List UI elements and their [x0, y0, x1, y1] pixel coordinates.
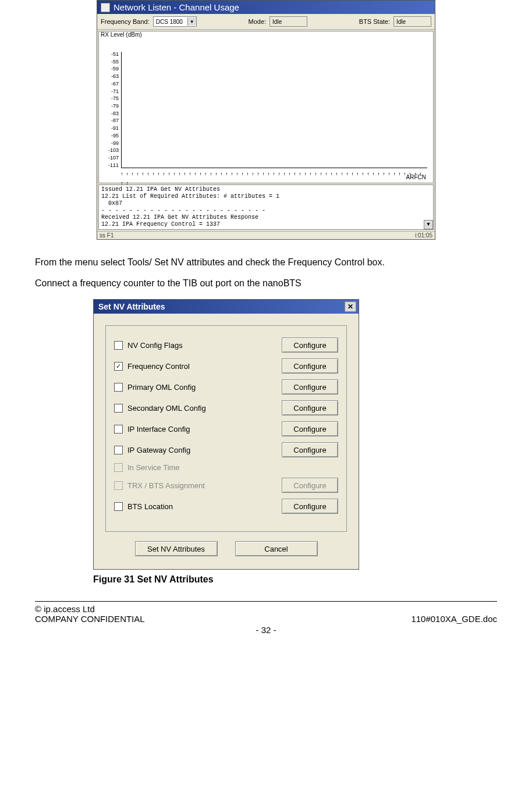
rx-level-chart: RX Level (dBm) -51-55-59-63-67-71-75-79-…: [98, 31, 434, 183]
chevron-down-icon[interactable]: ▼: [187, 17, 196, 26]
checkbox-label: NV Config Flags: [127, 341, 183, 350]
network-listen-window: Network Listen - Channel Usage Frequency…: [97, 0, 435, 240]
footer-page-number: - 32 -: [35, 625, 497, 635]
attr-row: NV Config FlagsConfigure: [114, 337, 338, 353]
freq-band-value: DCS 1800: [154, 19, 187, 25]
freq-band-label: Frequency Band:: [101, 18, 150, 25]
configure-button[interactable]: Configure: [282, 358, 338, 374]
status-left: ss F1: [100, 232, 114, 239]
configure-button[interactable]: Configure: [282, 379, 338, 395]
configure-button: Configure: [282, 478, 338, 493]
checkbox[interactable]: [114, 446, 123, 454]
attributes-frame: NV Config FlagsConfigure✓Frequency Contr…: [105, 325, 347, 532]
configure-button[interactable]: Configure: [282, 442, 338, 457]
footer-copyright: © ip.access Ltd: [35, 604, 497, 614]
page-footer: © ip.access Ltd COMPANY CONFIDENTIAL 110…: [35, 604, 497, 635]
chart-title: RX Level (dBm): [99, 31, 144, 38]
configure-button[interactable]: Configure: [282, 337, 338, 353]
attr-row: BTS LocationConfigure: [114, 499, 338, 514]
attr-row: Secondary OML ConfigConfigure: [114, 400, 338, 415]
instruction-para-2: Connect a frequency counter to the TIB o…: [35, 278, 497, 289]
attr-row: In Service Time: [114, 463, 338, 472]
mode-label: Mode:: [249, 18, 267, 25]
x-axis-label: ARFCN: [406, 174, 426, 180]
configure-button[interactable]: Configure: [282, 499, 338, 514]
plot-area: [121, 52, 427, 168]
checkbox[interactable]: [114, 404, 123, 413]
checkbox-label: In Service Time: [127, 463, 180, 472]
attr-row: IP Interface ConfigConfigure: [114, 421, 338, 436]
dialog-titlebar[interactable]: Set NV Attributes ✕: [94, 300, 359, 314]
checkbox[interactable]: [114, 502, 123, 511]
set-nv-attributes-dialog: Set NV Attributes ✕ NV Config FlagsConfi…: [93, 299, 359, 570]
figure-caption: Figure 31 Set NV Attributes: [93, 574, 497, 585]
window-title: Network Listen - Channel Usage: [114, 2, 239, 12]
freq-band-combo[interactable]: DCS 1800 ▼: [153, 16, 197, 27]
instruction-para-1: From the menu select Tools/ Set NV attri…: [35, 257, 497, 268]
attr-row: IP Gateway ConfigConfigure: [114, 442, 338, 457]
checkbox-label: BTS Location: [127, 502, 173, 511]
bts-state-value: Idle: [393, 16, 431, 27]
app-icon: [101, 3, 110, 12]
dialog-title: Set NV Attributes: [98, 302, 165, 311]
configure-button[interactable]: Configure: [282, 400, 338, 415]
checkbox[interactable]: [114, 425, 123, 434]
mode-value: Idle: [269, 16, 307, 27]
checkbox[interactable]: ✓: [114, 362, 123, 371]
bts-state-label: BTS State:: [359, 18, 390, 25]
checkbox[interactable]: [114, 341, 123, 350]
configure-button[interactable]: Configure: [282, 421, 338, 436]
window-titlebar[interactable]: Network Listen - Channel Usage: [97, 1, 435, 14]
cancel-button[interactable]: Cancel: [235, 541, 318, 556]
toolbar: Frequency Band: DCS 1800 ▼ Mode: Idle BT…: [97, 14, 435, 30]
status-bar: ss F1 i:01:05: [97, 231, 435, 239]
close-button[interactable]: ✕: [345, 301, 356, 312]
footer-docname: 110#010XA_GDE.doc: [411, 614, 497, 624]
checkbox-label: Primary OML Config: [127, 383, 196, 392]
checkbox-label: IP Gateway Config: [127, 446, 190, 454]
checkbox: [114, 463, 123, 472]
x-axis-ticks: [122, 168, 427, 170]
checkbox-label: Secondary OML Config: [127, 404, 206, 413]
checkbox[interactable]: [114, 383, 123, 392]
attr-row: Primary OML ConfigConfigure: [114, 379, 338, 395]
checkbox-label: Frequency Control: [127, 362, 190, 371]
attr-row: TRX / BTS AssignmentConfigure: [114, 478, 338, 493]
status-right: i:01:05: [415, 232, 432, 239]
checkbox-label: TRX / BTS Assignment: [127, 481, 205, 490]
checkbox: [114, 481, 123, 490]
footer-confidential: COMPANY CONFIDENTIAL: [35, 614, 145, 624]
scroll-down-button[interactable]: ▼: [424, 220, 433, 229]
set-nv-attributes-button[interactable]: Set NV Attributes: [135, 541, 218, 556]
y-axis-ticks: -51-55-59-63-67-71-75-79-83-87-91-95-99-…: [104, 52, 119, 168]
attr-row: ✓Frequency ControlConfigure: [114, 358, 338, 374]
checkbox-label: IP Interface Config: [127, 425, 190, 434]
log-output: Issued 12.21 IPA Get NV Attributes 12.21…: [98, 184, 434, 230]
